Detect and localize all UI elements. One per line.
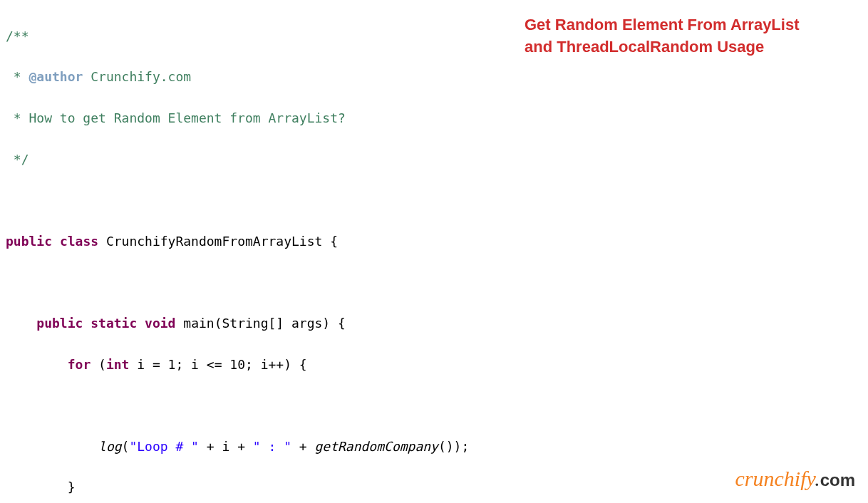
for-loop: for (int i = 1; i <= 10; i++) {: [6, 355, 868, 375]
headline-text: Get Random Element From ArrayList and Th…: [525, 14, 852, 58]
javadoc-author-tag: @author: [29, 69, 83, 84]
watermark-com: com: [820, 470, 855, 489]
javadoc-open: /**: [6, 28, 29, 43]
javadoc-close: */: [6, 152, 29, 167]
headline-line2: and ThreadLocalRandom Usage: [525, 38, 764, 56]
class-decl: public class CrunchifyRandomFromArrayLis…: [6, 232, 868, 252]
javadoc-desc: * How to get Random Element from ArrayLi…: [6, 110, 346, 125]
watermark-brand: crunchify: [735, 467, 815, 490]
headline-line1: Get Random Element From ArrayList: [525, 16, 799, 33]
main-method-decl: public static void main(String[] args) {: [6, 313, 868, 334]
javadoc-line: * @author Crunchify.com: [6, 69, 191, 84]
watermark-logo: crunchify.com: [735, 462, 856, 496]
code-editor: /** * @author Crunchify.com * How to get…: [0, 0, 868, 503]
watermark-dot: .: [815, 467, 820, 490]
log-call: log("Loop # " + i + " : " + getRandomCom…: [6, 437, 868, 457]
